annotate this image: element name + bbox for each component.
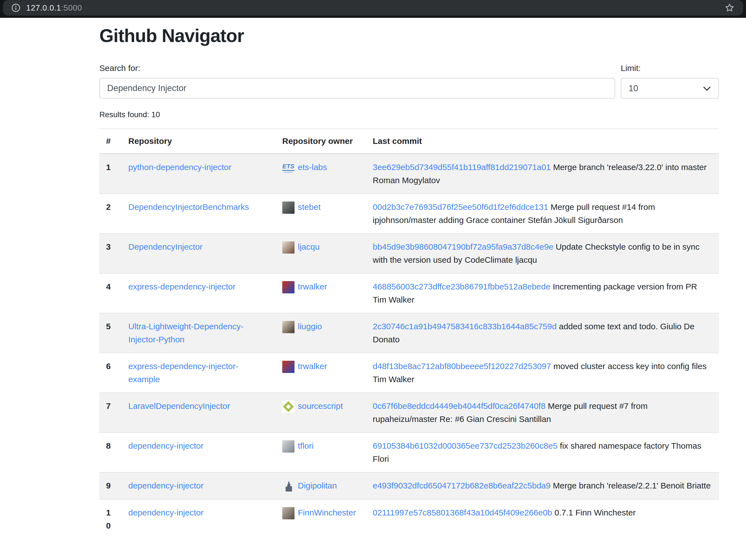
repository-link[interactable]: dependency-injector (128, 481, 203, 490)
owner-avatar (282, 480, 294, 492)
main-container: Github Navigator Search for: Limit: 10 R… (99, 25, 719, 539)
url-text: 127.0.0.1:5000 (26, 3, 82, 12)
repository-link[interactable]: DependencyInjectorBenchmarks (128, 202, 249, 211)
owner-link[interactable]: liuggio (298, 322, 322, 331)
table-row: 3 DependencyInjector ljacqu bb45d9e3b986… (99, 234, 719, 273)
repository-link[interactable]: python-dependency-injector (128, 163, 231, 172)
building-logo (282, 480, 294, 492)
row-number: 2 (99, 194, 122, 234)
owner-link[interactable]: sourcescript (298, 401, 343, 411)
owner-avatar (282, 241, 294, 254)
header-repository-owner: Repository owner (276, 129, 366, 154)
table-row: 1 python-dependency-injector ETSets-labs… (99, 154, 719, 194)
row-number: 3 (99, 234, 122, 273)
row-number: 4 (99, 273, 122, 313)
table-row: 7 LaravelDependencyInjector sourcescript… (99, 393, 719, 433)
commit-hash-link[interactable]: 3ee629eb5d7349d55f41b119aff81dd219071a01 (373, 163, 551, 172)
search-label: Search for: (99, 63, 615, 73)
commit-hash-link[interactable]: 0c67f6be8eddcd4449eb4044f5df0ca26f4740f8 (373, 401, 546, 411)
owner-link[interactable]: trwalker (298, 282, 327, 291)
owner-avatar (282, 440, 294, 452)
url-port: :5000 (61, 3, 82, 12)
owner-avatar (282, 401, 294, 413)
limit-label: Limit: (621, 63, 719, 73)
owner-avatar (282, 281, 294, 293)
commit-hash-link[interactable]: 02111997e57c85801368f43a10d45f409e266e0b (373, 508, 552, 517)
results-table-body: 1 python-dependency-injector ETSets-labs… (99, 154, 719, 539)
owner-link[interactable]: stebet (298, 202, 321, 211)
table-row: 9 dependency-injector Digipolitan e493f9… (99, 472, 719, 499)
owner-link[interactable]: Digipolitan (298, 481, 337, 490)
commit-hash-link[interactable]: d48f13be8ac712abf80bbeeee5f120227d253097 (373, 361, 551, 371)
repository-link[interactable]: Ultra-Lightweight-Dependency-Injector-Py… (128, 322, 243, 344)
owner-avatar (282, 507, 294, 519)
browser-top-bar: 127.0.0.1:5000 (0, 0, 746, 18)
commit-hash-link[interactable]: 468856003c273dffce23b86791fbbe512a8ebede (373, 282, 550, 291)
repository-link[interactable]: dependency-injector (128, 508, 203, 517)
row-number: 9 (99, 472, 122, 499)
owner-avatar (282, 202, 294, 214)
row-number: 6 (99, 353, 122, 393)
table-row: 4 express-dependency-injector trwalker 4… (99, 273, 719, 313)
commit-hash-link[interactable]: 2c30746c1a91b4947583416c833b1644a85c759d (373, 322, 557, 331)
commit-message: 0.7.1 Finn Winchester (554, 508, 636, 517)
commit-message: Merge branch 'release/2.2.1' Benoit Bria… (553, 481, 711, 490)
owner-link[interactable]: trwalker (298, 361, 327, 371)
owner-link[interactable]: tflori (298, 441, 314, 450)
page-title: Github Navigator (99, 25, 719, 46)
commit-hash-link[interactable]: e493f9032dfcd65047172b682e8b6eaf22c5bda9 (373, 481, 551, 490)
table-row: 2 DependencyInjectorBenchmarks stebet 00… (99, 194, 719, 234)
results-table: # Repository Repository owner Last commi… (99, 128, 719, 539)
results-count: Results found: 10 (99, 110, 719, 119)
owner-avatar (282, 321, 294, 333)
repository-link[interactable]: express-dependency-injector (128, 282, 235, 291)
ets-logo: ETS (282, 163, 294, 171)
table-row: 5 Ultra-Lightweight-Dependency-Injector-… (99, 313, 719, 353)
search-form: Search for: Limit: 10 (99, 63, 719, 98)
commit-hash-link[interactable]: 69105384b61032d000365ee737cd2523b260c8e5 (373, 441, 557, 450)
url-host: 127.0.0.1 (26, 3, 61, 12)
row-number: 8 (99, 433, 122, 472)
owner-link[interactable]: ljacqu (298, 242, 320, 251)
repository-link[interactable]: express-dependency-injector-example (128, 361, 238, 384)
limit-select[interactable]: 10 (621, 78, 719, 98)
diamond-logo (283, 401, 294, 412)
address-bar[interactable]: 127.0.0.1:5000 (3, 0, 743, 16)
owner-link[interactable]: FinnWinchester (298, 508, 356, 517)
row-number: 7 (99, 393, 122, 433)
table-row: 10 dependency-injector FinnWinchester 02… (99, 499, 719, 539)
table-row: 8 dependency-injector tflori 69105384b61… (99, 433, 719, 472)
commit-hash-link[interactable]: bb45d9e3b98608047190bf72a95fa9a37d8c4e9e (373, 242, 553, 251)
owner-avatar: ETS (282, 162, 294, 174)
row-number: 10 (99, 499, 122, 539)
repository-link[interactable]: DependencyInjector (128, 242, 203, 251)
commit-hash-link[interactable]: 00d2b3c7e76935d76f25ee50f6d1f2ef6ddce131 (373, 202, 548, 211)
row-number: 5 (99, 313, 122, 353)
header-number: # (99, 129, 122, 154)
owner-avatar (282, 361, 294, 373)
table-row: 6 express-dependency-injector-example tr… (99, 353, 719, 393)
row-number: 1 (99, 154, 122, 194)
header-repository: Repository (122, 129, 276, 154)
owner-link[interactable]: ets-labs (298, 163, 327, 172)
page-info-icon[interactable] (11, 3, 21, 12)
header-last-commit: Last commit (366, 129, 719, 154)
repository-link[interactable]: LaravelDependencyInjector (128, 401, 230, 411)
search-input[interactable] (99, 78, 615, 98)
bookmark-star-icon[interactable] (724, 2, 735, 13)
table-header-row: # Repository Repository owner Last commi… (99, 129, 719, 154)
repository-link[interactable]: dependency-injector (128, 441, 203, 450)
